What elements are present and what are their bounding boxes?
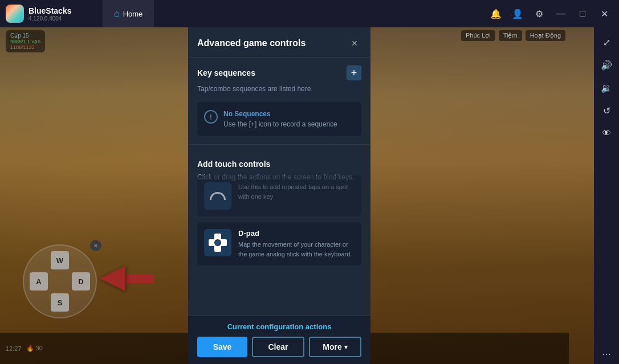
- bluestacks-logo-icon: [6, 5, 24, 23]
- maximize-btn[interactable]: □: [572, 3, 593, 24]
- modal-title: Advanced game controls: [197, 38, 306, 48]
- dpad-icon: [207, 232, 228, 253]
- home-icon: ⌂: [114, 9, 120, 19]
- app-name-block: BlueStacks 4.120.0.4004: [28, 6, 71, 22]
- add-touch-controls-section: Add touch controls Click or drag the act…: [188, 144, 370, 265]
- more-button[interactable]: More ▾: [309, 337, 361, 357]
- app-logo: BlueStacks 4.120.0.4004: [0, 0, 103, 27]
- repeat-tap-text: Use this to add repeated taps on a spot …: [238, 182, 355, 201]
- app-name: BlueStacks: [28, 6, 71, 15]
- top-bar: BlueStacks 4.120.0.4004 ⌂ Home 🔔 👤 ⚙ — □…: [0, 0, 619, 27]
- sidebar-volume-down-btn[interactable]: 🔉: [596, 77, 617, 98]
- more-label: More: [323, 342, 341, 351]
- key-sequences-subtitle: Tap/combo sequences are listed here.: [188, 85, 370, 99]
- info-icon: !: [204, 110, 218, 124]
- key-sequences-title: Key sequences: [197, 68, 255, 77]
- settings-btn[interactable]: ⚙: [529, 3, 549, 24]
- clear-button[interactable]: Clear: [252, 337, 304, 357]
- top-right-icons: 🔔 👤 ⚙ — □ ✕: [486, 3, 619, 24]
- profile-btn[interactable]: 👤: [507, 3, 528, 24]
- no-sequences-text: No Sequences Use the [+] icon to record …: [223, 109, 337, 129]
- repeat-tap-description: Use this to add repeated taps on a spot …: [238, 182, 355, 201]
- config-section-title: Current configuration actions: [197, 322, 361, 331]
- dpad-card[interactable]: D-pad Map the movement of your character…: [197, 222, 361, 265]
- tab-home[interactable]: ⌂ Home: [103, 0, 154, 27]
- dpad-title: D-pad: [238, 229, 355, 238]
- sidebar-eye-btn[interactable]: 👁: [596, 123, 617, 144]
- minimize-btn[interactable]: —: [551, 3, 571, 24]
- search-btn[interactable]: 🔔: [486, 3, 506, 24]
- modal-body[interactable]: Key sequences + Tap/combo sequences are …: [188, 58, 370, 315]
- sidebar-expand-btn[interactable]: ⤢: [596, 32, 617, 52]
- advanced-game-controls-modal: Advanced game controls × Key sequences +…: [188, 27, 370, 364]
- repeat-tap-icon: [207, 186, 228, 206]
- no-sequences-info: ! No Sequences Use the [+] icon to recor…: [197, 102, 361, 136]
- dpad-svg: [207, 232, 228, 253]
- sidebar-right: ⤢ 🔊 🔉 ↺ 👁 ⋯: [594, 27, 619, 364]
- modal-close-button[interactable]: ×: [348, 36, 361, 50]
- dpad-text: D-pad Map the movement of your character…: [238, 229, 355, 259]
- svg-point-3: [215, 240, 220, 245]
- no-sequences-label: No Sequences: [223, 110, 271, 118]
- add-sequence-button[interactable]: +: [347, 66, 361, 80]
- dpad-icon-wrap: [204, 229, 231, 256]
- key-sequences-section-header: Key sequences +: [188, 58, 370, 85]
- touch-controls-header: Add touch controls: [188, 152, 370, 173]
- repeat-tap-icon-wrap: [204, 182, 231, 210]
- save-button[interactable]: Save: [197, 337, 247, 357]
- footer-buttons: Save Clear More ▾: [197, 337, 361, 357]
- chevron-down-icon: ▾: [344, 343, 348, 351]
- config-footer: Current configuration actions Save Clear…: [188, 315, 370, 364]
- touch-controls-title: Add touch controls: [197, 159, 270, 169]
- home-tab-label: Home: [123, 10, 143, 18]
- dpad-description: Map the movement of your character or th…: [238, 240, 355, 259]
- close-btn[interactable]: ✕: [594, 3, 614, 24]
- repeat-tap-card[interactable]: Use this to add repeated taps on a spot …: [197, 175, 361, 216]
- no-sequences-description: Use the [+] icon to record a sequence: [223, 120, 337, 128]
- app-version: 4.120.0.4004: [28, 15, 71, 22]
- sidebar-rotate-btn[interactable]: ↺: [596, 100, 617, 121]
- sidebar-more-btn[interactable]: ⋯: [596, 343, 617, 364]
- sidebar-volume-up-btn[interactable]: 🔊: [596, 55, 617, 75]
- modal-header: Advanced game controls ×: [188, 27, 370, 58]
